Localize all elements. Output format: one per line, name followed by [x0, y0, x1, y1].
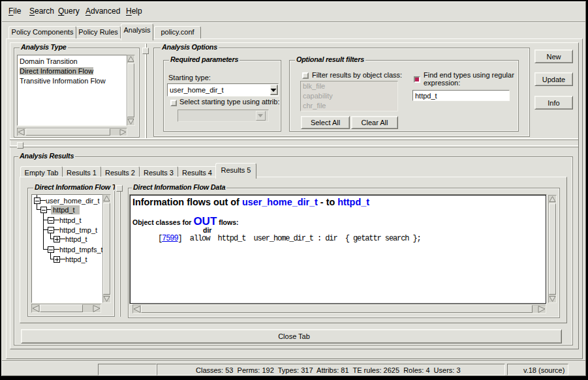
- svg-text:httpd_tmp_t: httpd_tmp_t: [59, 226, 97, 234]
- svg-text:user_home_dir_t: user_home_dir_t: [46, 197, 100, 205]
- svg-text:httpd_t: httpd_t: [53, 206, 75, 214]
- svg-text:httpd_t: httpd_t: [59, 216, 82, 224]
- svg-text:httpd_t: httpd_t: [65, 235, 87, 243]
- svg-text:httpd_tmpfs_t: httpd_tmpfs_t: [59, 246, 102, 254]
- svg-text:httpd_t: httpd_t: [65, 256, 87, 263]
